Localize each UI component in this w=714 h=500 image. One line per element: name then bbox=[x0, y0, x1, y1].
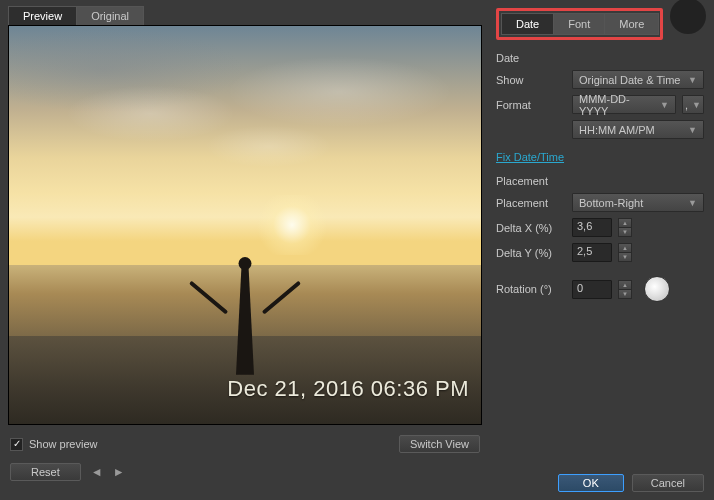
section-placement-title: Placement bbox=[496, 175, 704, 187]
delta-y-input[interactable]: 2,5 bbox=[572, 243, 612, 262]
info-circle-icon[interactable] bbox=[670, 0, 706, 34]
delta-x-input[interactable]: 3,6 bbox=[572, 218, 612, 237]
rotation-label: Rotation (°) bbox=[496, 283, 566, 295]
left-button-row: Reset ◄ ► bbox=[0, 453, 490, 491]
tab-original[interactable]: Original bbox=[76, 6, 144, 25]
chevron-down-icon: ▼ bbox=[688, 198, 697, 208]
tab-more[interactable]: More bbox=[604, 13, 659, 35]
ok-button[interactable]: OK bbox=[558, 474, 624, 492]
separator-select[interactable]: , ▼ bbox=[682, 95, 704, 114]
chevron-down-icon: ▼ bbox=[692, 100, 701, 110]
delta-y-label: Delta Y (%) bbox=[496, 247, 566, 259]
delta-x-label: Delta X (%) bbox=[496, 222, 566, 234]
undo-arrow-icon[interactable]: ◄ bbox=[91, 465, 103, 479]
rotation-input[interactable]: 0 bbox=[572, 280, 612, 299]
rotation-dial[interactable] bbox=[644, 276, 670, 302]
reset-button[interactable]: Reset bbox=[10, 463, 81, 481]
preview-tabs: Preview Original bbox=[0, 0, 490, 25]
chevron-down-icon: ▼ bbox=[688, 125, 697, 135]
date-format-value: MMM-DD-YYYY bbox=[579, 93, 656, 117]
panel-tabs-highlight: Date Font More bbox=[496, 8, 663, 40]
show-preview-checkbox[interactable]: ✓ Show preview bbox=[10, 438, 97, 451]
placement-label: Placement bbox=[496, 197, 566, 209]
show-preview-label: Show preview bbox=[29, 438, 97, 450]
placement-value: Bottom-Right bbox=[579, 197, 643, 209]
date-stamp-overlay: Dec 21, 2016 06:36 PM bbox=[227, 376, 469, 402]
switch-view-button[interactable]: Switch View bbox=[399, 435, 480, 453]
time-format-select[interactable]: HH:MM AM/PM ▼ bbox=[572, 120, 704, 139]
delta-x-stepper[interactable]: ▲▼ bbox=[618, 218, 632, 237]
tab-preview[interactable]: Preview bbox=[8, 6, 77, 25]
preview-pane: Preview Original Dec 21, 2016 06:36 PM ✓… bbox=[0, 0, 490, 500]
show-select[interactable]: Original Date & Time ▼ bbox=[572, 70, 704, 89]
tab-date[interactable]: Date bbox=[501, 13, 554, 35]
show-label: Show bbox=[496, 74, 566, 86]
placement-select[interactable]: Bottom-Right ▼ bbox=[572, 193, 704, 212]
tab-font[interactable]: Font bbox=[553, 13, 605, 35]
rotation-stepper[interactable]: ▲▼ bbox=[618, 280, 632, 299]
separator-value: , bbox=[685, 99, 688, 111]
cancel-button[interactable]: Cancel bbox=[632, 474, 704, 492]
show-select-value: Original Date & Time bbox=[579, 74, 680, 86]
preview-footer: ✓ Show preview Switch View bbox=[0, 425, 490, 453]
redo-arrow-icon[interactable]: ► bbox=[113, 465, 125, 479]
section-date-title: Date bbox=[496, 52, 704, 64]
format-label: Format bbox=[496, 99, 566, 111]
preview-image: Dec 21, 2016 06:36 PM bbox=[8, 25, 482, 425]
time-format-value: HH:MM AM/PM bbox=[579, 124, 655, 136]
fix-date-time-link[interactable]: Fix Date/Time bbox=[496, 151, 564, 163]
chevron-down-icon: ▼ bbox=[688, 75, 697, 85]
delta-y-stepper[interactable]: ▲▼ bbox=[618, 243, 632, 262]
preview-image-content bbox=[9, 26, 481, 424]
checkbox-icon: ✓ bbox=[10, 438, 23, 451]
settings-pane: Date Font More Date Show Original Date &… bbox=[490, 0, 714, 500]
chevron-down-icon: ▼ bbox=[660, 100, 669, 110]
date-format-select[interactable]: MMM-DD-YYYY ▼ bbox=[572, 95, 676, 114]
dialog-buttons: OK Cancel bbox=[558, 474, 704, 492]
